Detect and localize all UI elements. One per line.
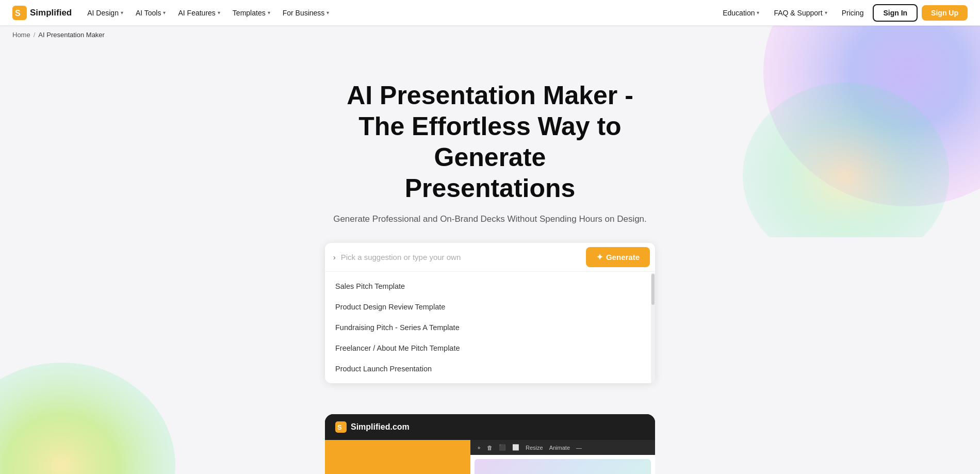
- signin-button[interactable]: Sign In: [873, 4, 918, 22]
- preview-body: + 🗑 ⬛ ⬜ Resize Animate —: [325, 440, 655, 474]
- toolbar-delete-icon[interactable]: 🗑: [487, 445, 493, 451]
- for-business-chevron-icon: ▾: [326, 10, 329, 15]
- toolbar-more-icon[interactable]: —: [576, 445, 582, 451]
- nav-faq[interactable]: FAQ & Support ▾: [769, 6, 832, 20]
- generate-wand-icon: ✦: [596, 252, 603, 262]
- breadcrumb-separator: /: [34, 31, 36, 39]
- breadcrumb-home-link[interactable]: Home: [12, 31, 30, 39]
- main-content: AI Presentation Maker - The Effortless W…: [0, 44, 980, 474]
- preview-logo-text: Simplified.com: [351, 422, 410, 432]
- nav-ai-design[interactable]: AI Design ▾: [82, 6, 128, 20]
- suggestion-item[interactable]: Product Launch Presentation: [325, 358, 655, 379]
- search-expand-icon[interactable]: ›: [333, 253, 336, 261]
- nav-for-business[interactable]: For Business ▾: [277, 6, 335, 20]
- logo[interactable]: S Simplified: [12, 6, 72, 20]
- preview-section: S Simplified.com + 🗑 ⬛ ⬜ Resize Animate …: [325, 414, 655, 474]
- suggestion-item[interactable]: Freelancer / About Me Pitch Template: [325, 338, 655, 358]
- breadcrumb-current-page: AI Presentation Maker: [38, 31, 105, 39]
- toolbar-add-icon[interactable]: +: [478, 445, 481, 451]
- navbar: S Simplified AI Design ▾ AI Tools ▾ AI F…: [0, 0, 980, 26]
- nav-templates[interactable]: Templates ▾: [227, 6, 275, 20]
- suggestion-item[interactable]: Sales Pitch Template: [325, 276, 655, 297]
- templates-chevron-icon: ▾: [268, 10, 270, 15]
- preview-card: S Simplified.com + 🗑 ⬛ ⬜ Resize Animate …: [325, 414, 655, 474]
- logo-text: Simplified: [30, 8, 72, 18]
- nav-pricing[interactable]: Pricing: [837, 6, 869, 20]
- hero-title: AI Presentation Maker - The Effortless W…: [309, 80, 671, 204]
- svg-text:S: S: [15, 9, 21, 18]
- ai-features-chevron-icon: ▾: [218, 10, 220, 15]
- search-input[interactable]: [341, 253, 581, 261]
- logo-icon: S: [12, 6, 27, 20]
- nav-left: AI Design ▾ AI Tools ▾ AI Features ▾ Tem…: [82, 6, 717, 20]
- preview-header: S Simplified.com: [325, 414, 655, 440]
- suggestions-list: Sales Pitch Template Product Design Revi…: [325, 272, 655, 383]
- generate-button[interactable]: ✦ Generate: [586, 247, 650, 267]
- scrollbar-thumb[interactable]: [651, 274, 655, 305]
- preview-right-panel: + 🗑 ⬛ ⬜ Resize Animate —: [470, 440, 655, 474]
- search-container-wrapper: › ✦ Generate Sales Pitch Template Produc…: [325, 243, 655, 383]
- search-bar: › ✦ Generate: [325, 243, 655, 272]
- suggestion-item[interactable]: Product Design Review Template: [325, 297, 655, 317]
- nav-ai-features[interactable]: AI Features ▾: [173, 6, 225, 20]
- toolbar-animate-button[interactable]: Animate: [549, 445, 570, 451]
- svg-text:S: S: [337, 423, 342, 431]
- preview-slide: [475, 459, 651, 474]
- education-chevron-icon: ▾: [757, 10, 759, 15]
- ai-tools-chevron-icon: ▾: [163, 10, 166, 15]
- scrollbar-track: [651, 273, 655, 383]
- preview-toolbar: + 🗑 ⬛ ⬜ Resize Animate —: [470, 440, 655, 455]
- hero-subtitle: Generate Professional and On-Brand Decks…: [333, 214, 647, 224]
- toolbar-resize-button[interactable]: Resize: [526, 445, 543, 451]
- toolbar-options-icon[interactable]: ⬜: [512, 444, 519, 451]
- nav-education[interactable]: Education ▾: [717, 6, 764, 20]
- nav-ai-tools[interactable]: AI Tools ▾: [130, 6, 171, 20]
- nav-right: Education ▾ FAQ & Support ▾ Pricing Sign…: [717, 4, 968, 22]
- ai-design-chevron-icon: ▾: [121, 10, 123, 15]
- breadcrumb: Home / AI Presentation Maker: [0, 26, 980, 44]
- preview-logo: S Simplified.com: [335, 421, 410, 433]
- preview-left-panel: [325, 440, 470, 474]
- search-container: › ✦ Generate Sales Pitch Template Produc…: [325, 243, 655, 383]
- faq-chevron-icon: ▾: [825, 10, 827, 15]
- suggestion-item[interactable]: Fundraising Pitch - Series A Template: [325, 317, 655, 338]
- preview-logo-icon: S: [335, 421, 347, 433]
- signup-button[interactable]: Sign Up: [922, 5, 968, 21]
- toolbar-shape-icon[interactable]: ⬛: [499, 444, 506, 451]
